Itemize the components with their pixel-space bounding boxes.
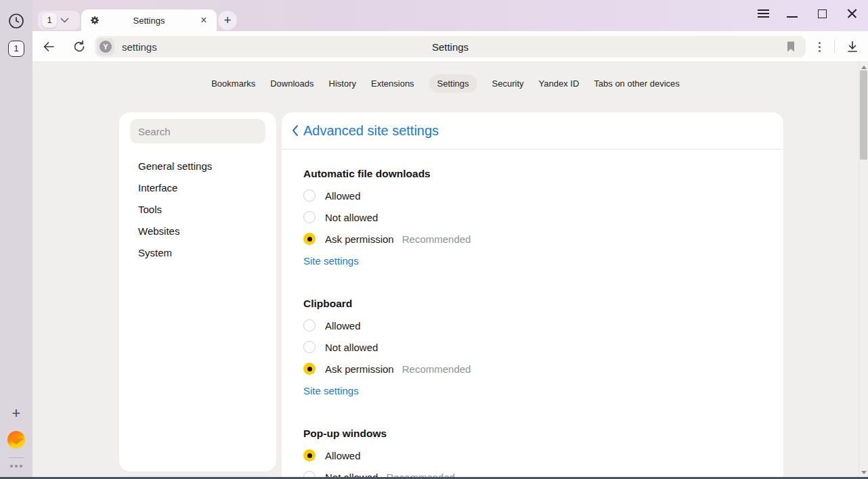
sidebar-item-interface[interactable]: Interface <box>119 177 276 198</box>
window-menu-icon[interactable] <box>756 6 771 21</box>
search-input[interactable] <box>130 119 265 143</box>
browser-window: 1 + 1 Settings × + Y settings <box>0 0 868 479</box>
tab-other-devices[interactable]: Tabs on other devices <box>594 74 679 93</box>
section-clipboard: Clipboard Allowed Not allowed Ask permis… <box>303 293 762 401</box>
tab-downloads[interactable]: Downloads <box>270 74 313 93</box>
tab-settings[interactable]: Settings <box>429 74 477 93</box>
settings-main-panel: Advanced site settings Automatic file do… <box>282 112 783 479</box>
rail-more-icon[interactable] <box>6 461 26 471</box>
scrollbar-up-arrow-icon[interactable] <box>861 66 867 69</box>
scrollbar[interactable] <box>859 62 868 479</box>
radio-option-allowed[interactable]: Allowed <box>303 185 762 206</box>
page-content: Bookmarks Downloads History Extensions S… <box>32 62 868 479</box>
radio-label: Allowed <box>325 190 361 202</box>
radio-label: Allowed <box>325 450 361 461</box>
tabs-panel-button[interactable]: 1 <box>8 41 24 57</box>
reload-icon[interactable] <box>71 39 87 55</box>
scrollbar-down-arrow-icon[interactable] <box>861 471 867 474</box>
favicon-letter: Y <box>100 41 112 53</box>
left-rail: 1 + <box>0 0 32 479</box>
section-heading: Clipboard <box>303 293 762 315</box>
radio-label: Not allowed <box>325 342 378 353</box>
chevron-down-icon <box>60 18 69 23</box>
settings-sections: Automatic file downloads Allowed Not all… <box>282 150 783 479</box>
sidebar-item-general[interactable]: General settings <box>119 155 276 177</box>
page-title: Settings <box>95 41 806 53</box>
radio-label: Allowed <box>325 320 361 332</box>
recommended-note: Recommended <box>402 363 471 375</box>
section-heading: Automatic file downloads <box>303 163 762 185</box>
url-text: settings <box>122 41 157 53</box>
radio-label: Ask permission <box>325 363 394 375</box>
maximize-button[interactable] <box>815 6 829 21</box>
radio-option-allowed[interactable]: Allowed <box>303 315 762 336</box>
new-tab-button[interactable]: + <box>218 11 237 30</box>
radio-option-not-allowed[interactable]: Not allowed <box>303 336 762 358</box>
history-clock-icon[interactable] <box>8 13 24 29</box>
tab-title: Settings <box>100 16 198 26</box>
settings-sidebar-list: General settings Interface Tools Website… <box>119 155 276 263</box>
radio-button[interactable] <box>303 189 316 202</box>
active-tab[interactable]: Settings × <box>81 9 217 31</box>
recommended-note: Recommended <box>402 233 471 245</box>
minimize-button[interactable] <box>785 6 800 21</box>
tab-security[interactable]: Security <box>492 74 524 93</box>
radio-option-ask-permission[interactable]: Ask permission Recommended <box>303 358 762 380</box>
site-settings-link[interactable]: Site settings <box>303 255 359 267</box>
tab-yandex-id[interactable]: Yandex ID <box>539 74 580 93</box>
tab-bookmarks[interactable]: Bookmarks <box>211 74 255 93</box>
tab-history[interactable]: History <box>329 74 356 93</box>
radio-button[interactable] <box>303 341 316 353</box>
rail-add-icon[interactable]: + <box>8 405 24 421</box>
back-chevron-icon <box>291 124 299 137</box>
rail-divider <box>9 457 24 458</box>
toolbar-divider <box>834 40 835 53</box>
radio-label: Ask permission <box>325 233 394 245</box>
window-close-icon[interactable] <box>845 6 860 21</box>
sidebar-item-system[interactable]: System <box>119 242 276 263</box>
advanced-settings-back[interactable]: Advanced site settings <box>282 112 783 150</box>
section-popup-windows: Pop-up windows Allowed Not allowed Recom… <box>303 423 762 479</box>
kebab-menu-icon[interactable] <box>812 39 826 54</box>
rail-add-glyph: + <box>12 405 21 422</box>
tab-bar: 1 Settings × + <box>32 0 868 31</box>
section-heading: Pop-up windows <box>303 423 762 444</box>
radio-button[interactable] <box>303 449 316 461</box>
scrollbar-thumb[interactable] <box>860 70 867 160</box>
site-favicon: Y <box>97 38 114 55</box>
radio-option-ask-permission[interactable]: Ask permission Recommended <box>303 228 762 250</box>
sidebar-item-websites[interactable]: Websites <box>119 220 276 242</box>
yandex-mail-icon[interactable] <box>7 431 25 449</box>
rail-tab-count: 1 <box>14 44 19 53</box>
toolbar: Y settings Settings <box>32 31 868 62</box>
radio-button[interactable] <box>303 319 316 332</box>
tab-close-icon[interactable]: × <box>198 14 210 26</box>
address-bar[interactable]: Y settings Settings <box>95 36 806 58</box>
tab-group-button[interactable]: 1 <box>38 11 80 30</box>
settings-sidebar: General settings Interface Tools Website… <box>119 112 276 472</box>
bookmark-icon[interactable] <box>784 40 798 53</box>
section-automatic-downloads: Automatic file downloads Allowed Not all… <box>303 163 762 271</box>
site-settings-link[interactable]: Site settings <box>303 385 359 396</box>
settings-nav-tabs: Bookmarks Downloads History Extensions S… <box>32 74 859 93</box>
tab-extensions[interactable]: Extensions <box>371 74 414 93</box>
gear-icon <box>89 15 100 26</box>
radio-option-allowed[interactable]: Allowed <box>303 444 762 466</box>
radio-option-not-allowed[interactable]: Not allowed <box>303 206 762 228</box>
sidebar-item-tools[interactable]: Tools <box>119 198 276 220</box>
radio-button[interactable] <box>303 363 316 375</box>
back-icon[interactable] <box>41 39 57 55</box>
radio-label: Not allowed <box>325 212 378 223</box>
radio-button[interactable] <box>303 211 316 223</box>
radio-button[interactable] <box>303 233 316 245</box>
download-icon[interactable] <box>844 39 861 55</box>
tab-counter-badge: 1 <box>42 13 57 28</box>
section-title: Advanced site settings <box>303 123 439 139</box>
